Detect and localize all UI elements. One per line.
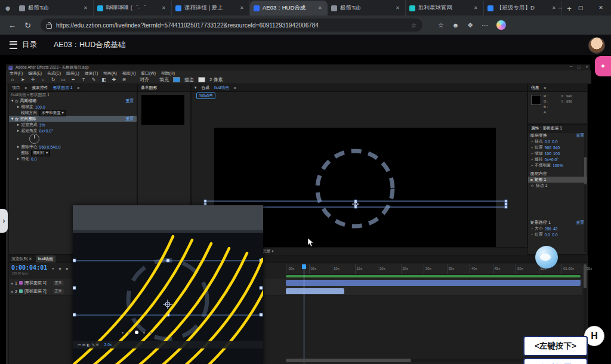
carousel-dot-active[interactable] [135,331,138,334]
tab-close-icon[interactable]: ✕ [474,5,480,11]
toc-menu-icon[interactable] [10,41,17,49]
window-minimize-button[interactable]: ─ [550,0,570,16]
panel-menu-icon[interactable]: ≡ [234,86,236,90]
extensions-icon[interactable]: ❖ [467,21,473,29]
menu-view[interactable]: 视图(V) [122,70,136,76]
tab-composition[interactable]: 合成 [201,85,209,91]
ae-minimize-icon[interactable]: ─ [570,64,572,69]
tab-close-icon[interactable]: ✕ [240,5,246,11]
stopwatch-icon[interactable]: ◔ [530,158,533,162]
carousel-dots[interactable] [122,331,152,334]
property-value[interactable]: 1% [39,123,45,127]
effect-name[interactable]: 径向擦除 [20,116,36,122]
stroke-swatch[interactable] [198,77,205,82]
window-close-button[interactable]: ✕ [591,0,611,16]
layer-track[interactable] [286,279,582,288]
tab-close-icon[interactable]: ✕ [396,5,402,11]
menu-help[interactable]: 帮助(H) [161,70,175,76]
twirl-icon[interactable]: ▸ [17,156,19,161]
rotate-tool-icon[interactable]: ↻ [50,77,56,82]
ae-close-icon[interactable]: ✕ [585,64,588,69]
composition-name[interactable]: hud动画 [214,85,229,91]
stroke-label[interactable]: 描边 [184,76,194,83]
effect-property-row[interactable]: ▸ 模糊度 100.0 [9,104,137,110]
window-maximize-button[interactable]: ▢ [570,0,591,16]
effect-property-row[interactable]: ▸ 羽化 0.0 [9,156,137,162]
ae-maximize-icon[interactable]: ▢ [577,64,581,69]
menu-file[interactable]: 文件(F) [10,70,23,76]
shape-tool-icon[interactable]: ▭ [60,77,66,82]
favorites-icon[interactable]: ☆ [438,21,444,29]
more-menu-icon[interactable]: ⋯ [482,21,488,29]
effect-header-row-selected[interactable]: ▾ fx 径向擦除 重置 [9,116,137,122]
tab-timeline-comp[interactable]: hud动画 [36,255,55,263]
browser-tab[interactable]: 胜利星球官网 ✕ [406,1,484,16]
home-icon[interactable]: ⌂ [10,77,16,82]
browser-tab[interactable]: 极简Tab ✕ [328,1,406,16]
presenter-avatar[interactable] [588,37,605,54]
time-ruler[interactable]: :00s05s10s15s20s25s30s35s40s45s50s55s01:… [286,264,582,274]
menu-edit[interactable]: 编辑(E) [28,70,42,76]
roto-tool-icon[interactable]: ≋ [121,77,127,82]
assistant-button[interactable]: ✦ [595,56,611,76]
magnifier-zoom-level[interactable]: 2.0x [104,343,112,347]
property-value[interactable]: 0.0 [545,233,550,237]
text-tool-icon[interactable]: T [81,77,87,82]
property-value[interactable]: 100 [545,152,551,156]
panel-menu-icon[interactable]: ≡ [25,86,27,90]
browser-tab[interactable]: 哔哩哔哩 (゜-゜ ✕ [94,1,172,16]
property-value[interactable]: 960.0,540.0 [39,145,61,149]
tab-info[interactable]: 信息 [531,85,539,91]
effect-property-row[interactable]: ▸ 起始角度 0x+0.0° [9,128,137,134]
property-value[interactable]: 100.0 [35,105,45,109]
effect-reset-link[interactable]: 重置 [125,98,134,104]
property-value[interactable]: 42 [553,227,558,231]
transform-row[interactable]: ◔ 缩放 100 100 [528,150,587,156]
magnifier-toolbar[interactable]: ▭ ⊞ ◧ ✎ ≋ 2.0x [73,341,263,348]
layer-name[interactable]: [形状图层 2] [24,288,47,294]
address-bar[interactable]: https://edu.zztion.com/live/index?termId… [41,18,422,32]
rect-path-section-header[interactable]: 矩形路径 1 重置 [528,220,587,226]
effect-property-row[interactable]: ▸ 擦除中心 960.0,540.0 [9,144,137,150]
property-value[interactable]: 960 [545,146,551,150]
property-value[interactable]: 540 [553,146,560,150]
twirl-icon[interactable]: ▾ [195,85,196,90]
effect-property-row[interactable]: 擦除 顺时针 ▾ [9,150,137,156]
property-value[interactable]: 0x+0.0° [545,158,558,162]
stopwatch-icon[interactable]: ◔ [530,146,533,150]
property-value[interactable]: 100% [553,164,563,168]
property-value[interactable]: 0.0 [552,233,557,237]
rect-path-row[interactable]: ◔ 大小 286 42 [528,226,587,232]
magnifier-overlay-window[interactable]: ▭ ⊞ ◧ ✎ ≋ 2.0x [73,205,263,364]
brush-tool-icon[interactable]: ✎ [91,77,97,82]
pen-tool-icon[interactable]: ✒ [70,77,76,82]
floating-bubble[interactable] [535,246,558,269]
layer-name[interactable]: [形状图层 1] [24,280,47,286]
layer-color-chip[interactable] [19,289,23,293]
current-time-indicator[interactable] [304,264,304,363]
url-text[interactable]: https://edu.zztion.com/live/index?termId… [56,22,407,29]
layer-color-chip[interactable] [19,281,23,285]
magnifier-header[interactable] [73,205,263,230]
zoom-tool-icon[interactable]: ○ [40,77,46,82]
effect-property-row[interactable]: ▸ 过渡完成 1% [9,122,137,128]
browser-tab[interactable]: 极简Tab ✕ [16,1,94,16]
tab-close-icon[interactable]: ✕ [29,257,32,261]
stopwatch-icon[interactable]: ◔ [530,140,533,144]
effect-reset-link[interactable]: 重置 [125,116,134,122]
tab-close-icon[interactable]: ✕ [162,5,168,11]
transform-row[interactable]: ◔ 位置 960 540 [528,144,587,150]
visibility-eye-icon[interactable]: ● [11,281,13,285]
browser-profile-icon[interactable]: ☻ [0,1,16,16]
browser-tab[interactable]: 课程详情 | 爱上 ✕ [172,1,250,16]
effect-header-row[interactable]: ▾ fx 高斯模糊 重置 [9,98,137,104]
panel-menu-icon[interactable]: ≡ [78,86,80,90]
stopwatch-icon[interactable]: ◔ [530,152,533,156]
toc-label[interactable]: 目录 [22,40,37,50]
magnifier-tool-icons[interactable]: ▭ ⊞ ◧ ✎ ≋ [78,343,99,347]
snap-label[interactable]: 对齐 [140,76,149,83]
stroke-width-value[interactable]: 2 像素 [209,76,223,83]
fill-label[interactable]: 填充 [159,76,169,83]
property-value[interactable]: 100 [553,152,560,156]
copilot-icon[interactable] [496,20,506,30]
